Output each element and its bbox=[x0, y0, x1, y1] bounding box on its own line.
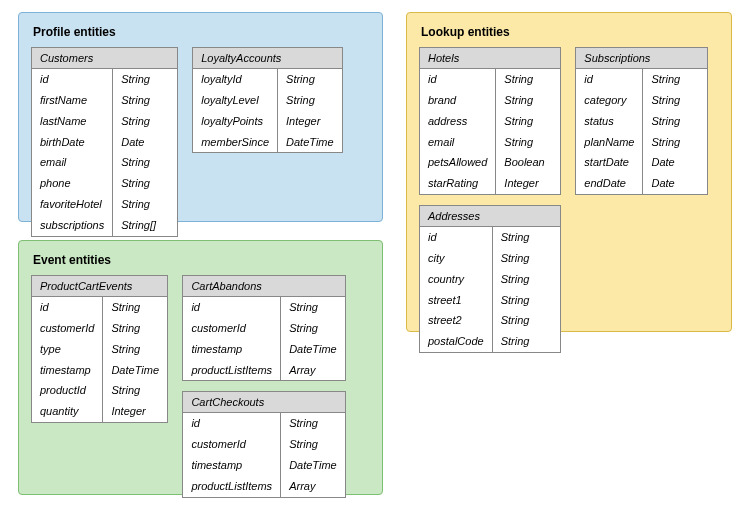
field-type: String bbox=[278, 69, 342, 90]
field-name: planName bbox=[576, 132, 642, 153]
field-name: id bbox=[576, 69, 642, 90]
field-name: id bbox=[420, 227, 492, 248]
field-type: String bbox=[278, 90, 342, 111]
field-type-column: StringStringStringStringDateDate bbox=[643, 69, 707, 194]
field-name: quantity bbox=[32, 401, 102, 422]
entity-header: Hotels bbox=[420, 48, 560, 69]
entity-cart-abandons: CartAbandonsidcustomerIdtimestampproduct… bbox=[182, 275, 346, 381]
field-type: String bbox=[103, 297, 167, 318]
entity-body: idcitycountrystreet1street2postalCodeStr… bbox=[420, 227, 560, 352]
field-name: country bbox=[420, 269, 492, 290]
field-type: String bbox=[281, 434, 345, 455]
entity-hotels: HotelsidbrandaddressemailpetsAllowedstar… bbox=[419, 47, 561, 195]
field-type: String bbox=[496, 69, 560, 90]
entity-addresses: Addressesidcitycountrystreet1street2post… bbox=[419, 205, 561, 353]
field-name: loyaltyPoints bbox=[193, 111, 277, 132]
field-name: timestamp bbox=[183, 339, 280, 360]
field-type: Date bbox=[643, 152, 707, 173]
field-type: DateTime bbox=[281, 339, 345, 360]
field-type-column: StringStringStringStringBooleanInteger bbox=[496, 69, 560, 194]
field-type: String bbox=[493, 248, 557, 269]
field-type: String bbox=[113, 194, 177, 215]
entity-header: ProductCartEvents bbox=[32, 276, 167, 297]
field-name: id bbox=[183, 297, 280, 318]
field-type: DateTime bbox=[281, 455, 345, 476]
field-name: customerId bbox=[183, 434, 280, 455]
field-type: Date bbox=[113, 132, 177, 153]
field-name: productId bbox=[32, 380, 102, 401]
field-type: String bbox=[643, 69, 707, 90]
field-type: Integer bbox=[496, 173, 560, 194]
field-type-column: StringStringIntegerDateTime bbox=[278, 69, 342, 152]
entity-loyalty-accounts: LoyaltyAccountsloyaltyIdloyaltyLevelloya… bbox=[192, 47, 343, 153]
field-name: loyaltyId bbox=[193, 69, 277, 90]
entity-body: idfirstNamelastNamebirthDateemailphonefa… bbox=[32, 69, 177, 236]
field-name: phone bbox=[32, 173, 112, 194]
field-name: id bbox=[183, 413, 280, 434]
field-name: postalCode bbox=[420, 331, 492, 352]
field-name: type bbox=[32, 339, 102, 360]
entity-cart-checkouts: CartCheckoutsidcustomerIdtimestampproduc… bbox=[182, 391, 346, 497]
field-name: street1 bbox=[420, 290, 492, 311]
entity-body: loyaltyIdloyaltyLevelloyaltyPointsmember… bbox=[193, 69, 342, 152]
field-type: String bbox=[496, 90, 560, 111]
field-name: category bbox=[576, 90, 642, 111]
field-type: String bbox=[493, 331, 557, 352]
entity-body: idcustomerIdtypetimestampproductIdquanti… bbox=[32, 297, 167, 422]
group-profile-entities: Profile entities CustomersidfirstNamelas… bbox=[18, 12, 383, 222]
entity-header: CartAbandons bbox=[183, 276, 345, 297]
field-type-column: StringStringStringDateStringStringString… bbox=[113, 69, 177, 236]
field-type: String bbox=[113, 90, 177, 111]
entity-subscriptions: SubscriptionsidcategorystatusplanNamesta… bbox=[575, 47, 708, 195]
field-name: status bbox=[576, 111, 642, 132]
field-name-column: idcategorystatusplanNamestartDateendDate bbox=[576, 69, 643, 194]
field-type: DateTime bbox=[278, 132, 342, 153]
field-name: birthDate bbox=[32, 132, 112, 153]
field-type: String bbox=[493, 290, 557, 311]
field-name: subscriptions bbox=[32, 215, 112, 236]
field-type: String bbox=[643, 132, 707, 153]
entity-header: LoyaltyAccounts bbox=[193, 48, 342, 69]
group-event-entities: Event entities ProductCartEventsidcustom… bbox=[18, 240, 383, 495]
field-name: customerId bbox=[32, 318, 102, 339]
field-type: String bbox=[643, 90, 707, 111]
field-name: loyaltyLevel bbox=[193, 90, 277, 111]
field-type: String bbox=[493, 310, 557, 331]
field-name: brand bbox=[420, 90, 495, 111]
entity-header: Subscriptions bbox=[576, 48, 707, 69]
field-name: memberSince bbox=[193, 132, 277, 153]
entity-body: idbrandaddressemailpetsAllowedstarRating… bbox=[420, 69, 560, 194]
field-type: String bbox=[281, 413, 345, 434]
field-name: firstName bbox=[32, 90, 112, 111]
field-type: String bbox=[113, 173, 177, 194]
field-name-column: idcitycountrystreet1street2postalCode bbox=[420, 227, 493, 352]
entity-body: idcustomerIdtimestampproductListItemsStr… bbox=[183, 297, 345, 380]
field-name-column: idcustomerIdtimestampproductListItems bbox=[183, 297, 281, 380]
entity-product-cart-events: ProductCartEventsidcustomerIdtypetimesta… bbox=[31, 275, 168, 423]
field-name: address bbox=[420, 111, 495, 132]
group-lookup-entities: Lookup entities Hotelsidbrandaddressemai… bbox=[406, 12, 732, 332]
field-name: customerId bbox=[183, 318, 280, 339]
field-name: endDate bbox=[576, 173, 642, 194]
field-name: email bbox=[420, 132, 495, 153]
entity-body: idcustomerIdtimestampproductListItemsStr… bbox=[183, 413, 345, 496]
field-name: timestamp bbox=[183, 455, 280, 476]
field-type: Date bbox=[643, 173, 707, 194]
field-type: Boolean bbox=[496, 152, 560, 173]
field-type: String bbox=[281, 318, 345, 339]
field-name: starRating bbox=[420, 173, 495, 194]
field-type: String bbox=[281, 297, 345, 318]
field-name: timestamp bbox=[32, 360, 102, 381]
entity-header: Customers bbox=[32, 48, 177, 69]
field-type: Array bbox=[281, 476, 345, 497]
entity-header: CartCheckouts bbox=[183, 392, 345, 413]
field-name: id bbox=[32, 297, 102, 318]
field-name: productListItems bbox=[183, 476, 280, 497]
field-type: String bbox=[103, 339, 167, 360]
field-type-column: StringStringStringDateTimeStringInteger bbox=[103, 297, 167, 422]
field-type: String bbox=[103, 380, 167, 401]
field-name: email bbox=[32, 152, 112, 173]
field-type: String bbox=[493, 227, 557, 248]
field-type-column: StringStringDateTimeArray bbox=[281, 413, 345, 496]
field-type-column: StringStringStringStringStringString bbox=[493, 227, 557, 352]
